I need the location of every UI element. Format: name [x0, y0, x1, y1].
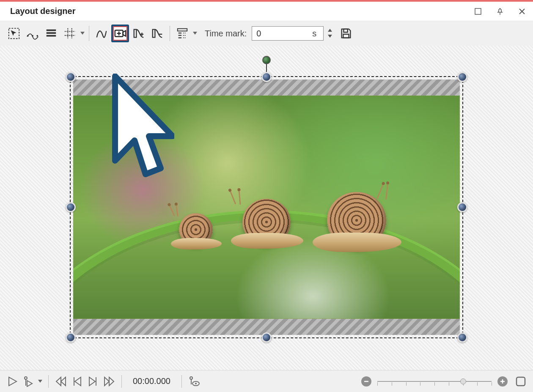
time-mark-unit: s [312, 29, 316, 38]
svg-point-2 [27, 35, 29, 37]
svg-rect-9 [178, 29, 187, 31]
time-spinner [326, 27, 334, 39]
grid-icon[interactable] [61, 25, 79, 42]
time-mark-label: Time mark: [205, 29, 247, 38]
playbar-separator [181, 375, 182, 388]
time-spinner-up-icon[interactable] [326, 27, 334, 33]
svg-rect-7 [47, 35, 56, 37]
timecode: 00:00.000 [133, 376, 170, 386]
play-range-button[interactable] [21, 374, 36, 389]
forward-end-button[interactable] [102, 374, 116, 389]
zoom-slider-thumb[interactable] [460, 378, 466, 384]
play-range-caret-icon[interactable] [37, 380, 43, 383]
zoom-in-button[interactable] [497, 376, 508, 387]
curve-tool-icon[interactable] [93, 25, 110, 42]
zoom-fit-button[interactable] [514, 374, 528, 389]
media-photo [73, 96, 460, 319]
remove-keyframe-icon[interactable] [148, 25, 166, 42]
svg-point-15 [195, 383, 197, 384]
next-frame-button[interactable] [86, 374, 100, 389]
playbar-separator [121, 375, 122, 388]
svg-point-13 [190, 377, 192, 379]
handle-sw[interactable] [66, 332, 76, 343]
svg-rect-0 [475, 8, 481, 14]
rewind-start-button[interactable] [54, 374, 68, 389]
handle-s[interactable] [261, 332, 272, 343]
handle-n[interactable] [261, 72, 272, 82]
prev-frame-button[interactable] [70, 374, 84, 389]
zoom-slider[interactable] [377, 376, 492, 387]
close-button[interactable] [518, 7, 526, 16]
svg-rect-16 [517, 377, 525, 386]
handle-se[interactable] [457, 332, 467, 343]
handle-ne[interactable] [457, 72, 467, 82]
play-button[interactable] [5, 374, 19, 389]
selection-tool-icon[interactable] [5, 25, 23, 42]
window-title: Layout designer [10, 6, 75, 16]
svg-rect-5 [47, 30, 56, 31]
handle-w[interactable] [66, 202, 76, 212]
properties-icon[interactable] [173, 25, 191, 42]
svg-point-3 [32, 35, 33, 37]
time-mark-value: 0 [256, 29, 312, 38]
handle-e[interactable] [457, 202, 467, 212]
svg-rect-11 [343, 34, 349, 38]
add-keyframe-icon[interactable] [130, 25, 148, 42]
media-frame [73, 79, 460, 335]
svg-point-12 [25, 377, 27, 379]
canvas-area[interactable] [0, 46, 533, 370]
snap-points-icon[interactable] [24, 25, 41, 42]
svg-point-4 [36, 35, 38, 37]
rotation-handle[interactable] [262, 56, 271, 64]
maximize-button[interactable] [474, 7, 482, 16]
camera-move-tool-icon[interactable] [111, 25, 129, 42]
toolbar-separator [89, 26, 89, 41]
zoom-out-button[interactable] [361, 376, 371, 387]
time-spinner-down-icon[interactable] [326, 33, 334, 39]
toolbar: Time mark: 0 s [0, 21, 533, 46]
selection-box[interactable] [70, 76, 463, 338]
grid-dropdown-caret-icon[interactable] [80, 32, 85, 35]
pin-button[interactable] [496, 7, 504, 16]
zoom-controls [361, 374, 528, 389]
handle-nw[interactable] [66, 72, 76, 82]
playbar-separator [48, 375, 49, 388]
properties-dropdown-caret-icon[interactable] [192, 32, 198, 35]
save-icon[interactable] [337, 25, 355, 42]
svg-rect-10 [344, 29, 348, 33]
time-mark-input[interactable]: 0 s [252, 26, 324, 41]
toolbar-separator [170, 26, 170, 41]
layers-icon[interactable] [42, 25, 60, 42]
playbar: 00:00.000 [0, 370, 533, 392]
preview-visibility-icon[interactable] [187, 374, 201, 389]
window-controls [474, 7, 526, 16]
titlebar: Layout designer [0, 2, 533, 21]
svg-rect-6 [47, 32, 56, 34]
